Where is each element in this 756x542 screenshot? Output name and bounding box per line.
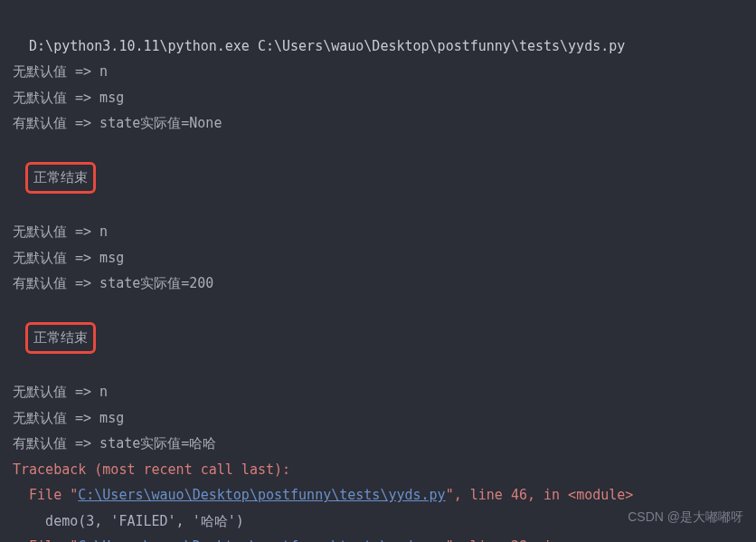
output-line: 无默认值 => msg [0,245,756,271]
file-suffix: ", line 46, in <module> [446,487,634,503]
command-line: D:\python3.10.11\python.exe C:\Users\wau… [0,7,756,59]
output-line: 无默认值 => n [0,59,756,85]
output-line: 有默认值 => state实际值=200 [0,271,756,297]
file-path-link[interactable]: C:\Users\wauo\Desktop\postfunny\tests\yy… [78,538,445,542]
output-line: 无默认值 => n [0,219,756,245]
file-prefix: File " [13,487,78,503]
watermark: CSDN @是大嘟嘟呀 [628,505,743,529]
file-path-link[interactable]: C:\Users\wauo\Desktop\postfunny\tests\yy… [78,487,445,503]
traceback-file-line: File "C:\Users\wauo\Desktop\postfunny\te… [0,482,756,509]
highlight-box: 正常结束 [0,137,756,194]
command-text: D:\python3.10.11\python.exe C:\Users\wau… [29,38,625,54]
output-line: 无默认值 => n [0,379,756,405]
output-line: 有默认值 => state实际值=哈哈 [0,431,756,457]
file-prefix: File " [13,538,78,542]
output-line: 无默认值 => msg [0,405,756,432]
output-line: 有默认值 => state实际值=None [0,110,756,137]
result-box: 正常结束 [25,162,96,194]
result-box: 正常结束 [25,322,96,354]
traceback-file-line: File "C:\Users\wauo\Desktop\postfunny\te… [0,534,756,542]
highlight-box: 正常结束 [0,297,756,354]
output-line: 无默认值 => msg [0,85,756,111]
file-suffix: ", line 28, in wrapper [446,538,626,542]
traceback-header: Traceback (most recent call last): [0,457,756,483]
blank-line [0,194,756,220]
blank-line [0,354,756,380]
